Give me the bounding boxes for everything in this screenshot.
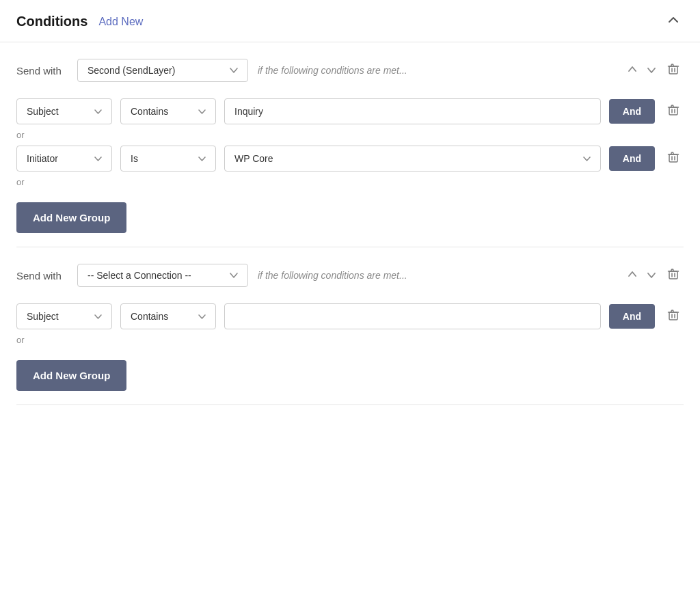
connection-select-2[interactable]: -- Select a Connection -- bbox=[77, 264, 248, 287]
trash-icon bbox=[667, 309, 679, 321]
move-up-button-1[interactable] bbox=[625, 64, 640, 78]
conditions-text-1: if the following conditions are met... bbox=[258, 65, 615, 76]
send-with-row-1: Send with Second (SendLayer) if the foll… bbox=[16, 59, 684, 82]
panel-title: Conditions bbox=[16, 14, 88, 29]
row-actions-2 bbox=[625, 266, 684, 284]
or-label-2-1: or bbox=[16, 335, 684, 345]
field-chevron-2-1 bbox=[94, 314, 102, 319]
delete-rule-button-2[interactable] bbox=[663, 266, 684, 284]
trash-icon bbox=[667, 104, 679, 116]
field-chevron-1-2 bbox=[94, 156, 102, 161]
field-select-2-1[interactable]: Subject bbox=[16, 303, 112, 329]
chevron-up-icon bbox=[667, 14, 679, 26]
connection-chevron-2 bbox=[230, 271, 238, 280]
arrow-up-icon bbox=[628, 65, 637, 74]
operator-value-1-1: Contains bbox=[131, 106, 168, 117]
operator-select-1-1[interactable]: Contains bbox=[120, 98, 216, 124]
arrow-down-icon bbox=[647, 270, 656, 279]
condition-row-2-1: Subject Contains And bbox=[16, 303, 684, 329]
delete-condition-button-2-1[interactable] bbox=[663, 307, 684, 325]
delete-condition-button-1-2[interactable] bbox=[663, 150, 684, 167]
add-group-button-1[interactable]: Add New Group bbox=[16, 202, 126, 233]
conditions-group-2: Subject Contains And bbox=[16, 303, 684, 391]
and-button-2-1[interactable]: And bbox=[609, 304, 655, 329]
value-input-2-1[interactable] bbox=[224, 303, 601, 329]
operator-chevron-1-1 bbox=[198, 109, 206, 114]
connection-value-1: Second (SendLayer) bbox=[88, 65, 175, 76]
panel-body: Send with Second (SendLayer) if the foll… bbox=[0, 42, 700, 405]
arrow-up-icon bbox=[628, 270, 637, 279]
or-label-1-1: or bbox=[16, 130, 684, 140]
connection-chevron-1 bbox=[230, 66, 238, 75]
trash-icon bbox=[667, 268, 679, 280]
conditions-group-1: Subject Contains And bbox=[16, 98, 684, 233]
condition-row-1-2: Initiator Is WP Core And bbox=[16, 146, 684, 172]
and-button-1-1[interactable]: And bbox=[609, 99, 655, 124]
move-up-button-2[interactable] bbox=[625, 269, 640, 283]
operator-value-1-2: Is bbox=[131, 153, 138, 164]
field-value-1-2: Initiator bbox=[27, 153, 58, 164]
svg-rect-4 bbox=[669, 312, 677, 320]
svg-rect-3 bbox=[669, 271, 677, 279]
operator-value-2-1: Contains bbox=[131, 311, 168, 322]
rule-block-1: Send with Second (SendLayer) if the foll… bbox=[16, 42, 684, 247]
trash-icon bbox=[667, 63, 679, 75]
send-with-label-2: Send with bbox=[16, 270, 68, 282]
delete-condition-button-1-1[interactable] bbox=[663, 102, 684, 120]
arrow-down-icon bbox=[647, 65, 656, 74]
field-value-1-1: Subject bbox=[27, 106, 59, 117]
trash-icon bbox=[667, 151, 679, 163]
value-select-text-1-2: WP Core bbox=[234, 153, 273, 164]
connection-value-2: -- Select a Connection -- bbox=[88, 270, 191, 281]
operator-select-2-1[interactable]: Contains bbox=[120, 303, 216, 329]
operator-chevron-1-2 bbox=[198, 156, 206, 161]
or-label-1-2: or bbox=[16, 177, 684, 187]
conditions-text-2: if the following conditions are met... bbox=[258, 270, 615, 281]
svg-rect-2 bbox=[669, 154, 677, 162]
panel-header-left: Conditions Add New bbox=[16, 14, 143, 29]
rule-block-2: Send with -- Select a Connection -- if t… bbox=[16, 247, 684, 405]
move-down-button-1[interactable] bbox=[644, 64, 659, 78]
connection-select-1[interactable]: Second (SendLayer) bbox=[77, 59, 248, 82]
field-chevron-1-1 bbox=[94, 109, 102, 114]
condition-row-1-1: Subject Contains And bbox=[16, 98, 684, 124]
and-button-1-2[interactable]: And bbox=[609, 146, 655, 171]
value-chevron-1-2 bbox=[583, 156, 591, 161]
send-with-row-2: Send with -- Select a Connection -- if t… bbox=[16, 264, 684, 287]
value-input-1-1[interactable] bbox=[224, 98, 601, 124]
field-select-1-2[interactable]: Initiator bbox=[16, 146, 112, 172]
operator-select-1-2[interactable]: Is bbox=[120, 146, 216, 172]
operator-chevron-2-1 bbox=[198, 314, 206, 319]
svg-rect-0 bbox=[669, 66, 677, 74]
svg-rect-1 bbox=[669, 107, 677, 115]
add-new-link[interactable]: Add New bbox=[98, 16, 143, 28]
row-actions-1 bbox=[625, 61, 684, 79]
field-value-2-1: Subject bbox=[27, 311, 59, 322]
collapse-button[interactable] bbox=[663, 12, 684, 31]
field-select-1-1[interactable]: Subject bbox=[16, 98, 112, 124]
send-with-label-1: Send with bbox=[16, 65, 68, 77]
delete-rule-button-1[interactable] bbox=[663, 61, 684, 79]
add-group-button-2[interactable]: Add New Group bbox=[16, 360, 126, 391]
conditions-panel: Conditions Add New Send with Second (Sen… bbox=[0, 0, 700, 589]
value-select-1-2[interactable]: WP Core bbox=[224, 146, 601, 172]
panel-header: Conditions Add New bbox=[0, 0, 700, 42]
move-down-button-2[interactable] bbox=[644, 269, 659, 283]
